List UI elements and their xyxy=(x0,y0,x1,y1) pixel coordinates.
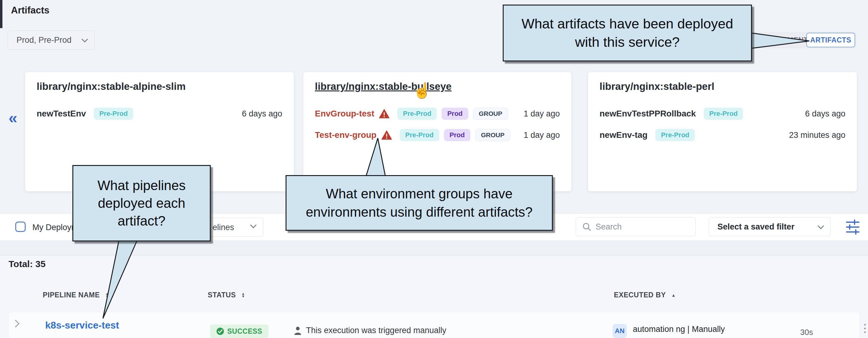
environment-type-dropdown[interactable]: Prod, Pre-Prod xyxy=(8,31,95,50)
row-menu-dots-icon[interactable]: ⋮ xyxy=(860,323,868,334)
column-label: STATUS xyxy=(208,291,236,299)
artifact-title[interactable]: library/nginx:stable-bullseye xyxy=(315,81,560,92)
chevron-down-icon xyxy=(250,222,256,228)
env-type-badge: Prod xyxy=(444,129,470,141)
environment-row: EnvGroup-test Pre-Prod Prod GROUP 1 day … xyxy=(315,106,560,121)
deploy-time: 1 day ago xyxy=(524,131,560,140)
warning-icon xyxy=(381,131,392,140)
env-type-badge: Pre-Prod xyxy=(400,129,439,141)
artifacts-page: Artifacts Prod, Pre-Prod ENVIRONMENTS AR… xyxy=(0,0,868,338)
pipeline-name-link[interactable]: k8s-service-test xyxy=(45,320,119,331)
env-group-badge: GROUP xyxy=(475,129,510,141)
row-expander-chevron-icon[interactable] xyxy=(11,320,19,327)
person-icon xyxy=(294,326,302,335)
callout-line: What artifacts have been deployed xyxy=(522,15,733,33)
environment-type-dropdown-value: Prod, Pre-Prod xyxy=(17,35,71,45)
check-circle-icon xyxy=(216,327,224,335)
column-label: EXECUTED BY xyxy=(614,291,666,299)
annotation-callout-env-groups: What environment groups have environment… xyxy=(285,175,553,231)
saved-filter-dropdown[interactable]: Select a saved filter xyxy=(709,217,831,236)
env-type-badge: Pre-Prod xyxy=(94,108,133,120)
env-group-badge: GROUP xyxy=(473,108,508,120)
artifact-card: library/nginx:stable-bullseye EnvGroup-t… xyxy=(303,72,571,191)
sort-asc-icon: ▲ xyxy=(671,293,676,298)
environments-artifacts-toggle: ENVIRONMENTS ARTIFACTS xyxy=(747,32,856,48)
column-header-pipeline-name[interactable]: PIPELINE NAME ▲▼ xyxy=(43,291,109,299)
executions-section: Total: 35 PIPELINE NAME ▲▼ STATUS ▲▼ EXE… xyxy=(0,256,868,338)
tab-environments[interactable]: ENVIRONMENTS xyxy=(754,36,813,44)
total-count: Total: 35 xyxy=(8,259,45,269)
artifact-card: library/nginx:stable-perl newEnvTestPPRo… xyxy=(588,72,857,191)
environment-row: newTestEnv Pre-Prod 6 days ago xyxy=(37,106,282,121)
callout-line: artifact? xyxy=(118,212,165,230)
page-title: Artifacts xyxy=(11,5,50,16)
env-type-badge: Pre-Prod xyxy=(704,108,743,120)
pipelines-dropdown-value: elines xyxy=(213,223,234,232)
column-header-executed-by[interactable]: EXECUTED BY ▲ xyxy=(614,291,676,299)
artifact-title[interactable]: library/nginx:stable-perl xyxy=(599,81,845,92)
env-type-badge: Prod xyxy=(442,108,468,120)
environment-name[interactable]: newEnvTestPPRollback xyxy=(599,109,696,119)
trigger-note-text: This execution was triggered manually xyxy=(306,326,446,335)
callout-line: deployed each xyxy=(98,194,185,212)
environment-group-name[interactable]: EnvGroup-test xyxy=(315,109,374,119)
callout-line: with this service? xyxy=(575,33,680,51)
duration-text: 30s xyxy=(800,328,813,337)
callout-line: What environment groups have xyxy=(326,185,513,203)
sort-icon: ▲▼ xyxy=(241,292,245,298)
environment-row: newEnv-tag Pre-Prod 23 minutes ago xyxy=(599,128,845,142)
filter-sliders-icon[interactable] xyxy=(845,219,860,236)
env-type-badge: Pre-Prod xyxy=(655,129,695,141)
deploy-time: 1 day ago xyxy=(524,109,560,119)
environment-row: newEnvTestPPRollback Pre-Prod 6 days ago xyxy=(599,106,845,121)
hand-cursor-icon: ☝ xyxy=(413,82,431,99)
callout-line: environments using different artifacts? xyxy=(306,203,533,221)
sort-icon: ▲▼ xyxy=(105,292,109,298)
window-edge-strip xyxy=(0,0,2,28)
status-label: SUCCESS xyxy=(227,327,262,336)
deploy-time: 6 days ago xyxy=(242,109,282,119)
column-label: PIPELINE NAME xyxy=(43,291,100,299)
deploy-time: 6 days ago xyxy=(805,109,845,119)
trigger-note: This execution was triggered manually xyxy=(294,326,446,335)
avatar: AN xyxy=(613,324,627,338)
collapse-panel-icon[interactable]: « xyxy=(8,109,18,127)
my-deployments-checkbox[interactable] xyxy=(15,222,26,232)
env-type-badge: Pre-Prod xyxy=(397,108,437,120)
deploy-time: 23 minutes ago xyxy=(789,131,845,140)
warning-icon xyxy=(379,109,390,119)
annotation-callout-artifacts: What artifacts have been deployed with t… xyxy=(503,5,752,61)
environment-name[interactable]: newEnv-tag xyxy=(599,130,648,140)
artifact-title[interactable]: library/nginx:stable-alpine-slim xyxy=(37,81,282,92)
saved-filter-value: Select a saved filter xyxy=(717,222,795,232)
search-input[interactable] xyxy=(595,222,681,232)
status-badge: SUCCESS xyxy=(210,325,269,338)
my-deployments-label: My Deploym xyxy=(32,223,78,232)
environment-group-name[interactable]: Test-env-group xyxy=(315,130,377,140)
search-box xyxy=(576,217,696,236)
table-row: k8s-service-test SUCCESS This execution … xyxy=(8,312,860,338)
environment-name[interactable]: newTestEnv xyxy=(37,109,86,119)
section-divider-band xyxy=(0,242,868,255)
search-icon xyxy=(582,222,591,231)
callout-line: What pipelines xyxy=(97,177,186,194)
chevron-down-icon xyxy=(817,223,824,229)
environment-row: Test-env-group Pre-Prod Prod GROUP 1 day… xyxy=(315,128,560,142)
annotation-callout-pipelines: What pipelines deployed each artifact? xyxy=(72,165,211,242)
executed-by-text: automation ng | Manually xyxy=(633,325,725,334)
chevron-down-icon xyxy=(82,36,88,43)
column-header-status[interactable]: STATUS ▲▼ xyxy=(208,291,245,299)
tab-artifacts[interactable]: ARTIFACTS xyxy=(806,33,855,47)
